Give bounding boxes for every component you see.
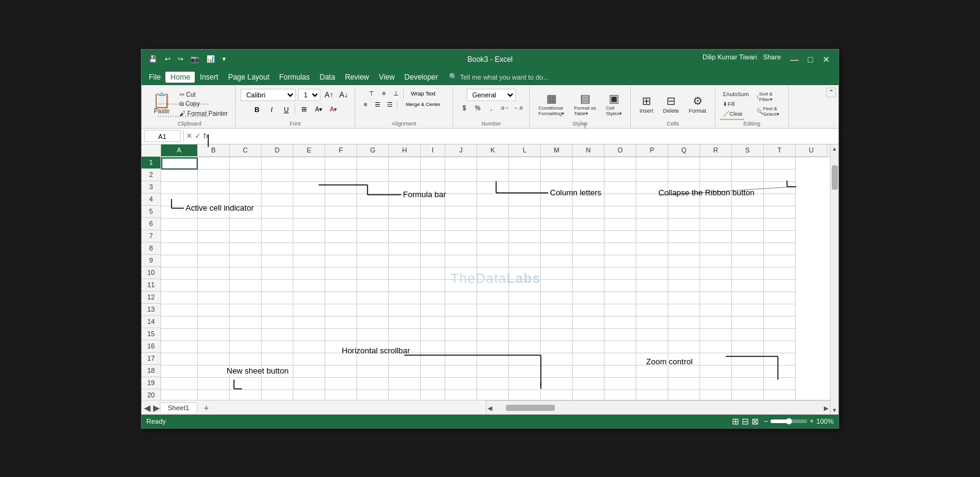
row-header-7[interactable]: 7 (141, 230, 160, 242)
scroll-left-icon[interactable]: ◀ (486, 405, 494, 411)
col-header-R[interactable]: R (700, 145, 732, 157)
normal-view-icon[interactable]: ⊞ (732, 416, 739, 426)
row-header-3[interactable]: 3 (141, 181, 160, 193)
cell-N1[interactable] (573, 157, 605, 170)
col-header-D[interactable]: D (262, 145, 293, 157)
number-format-select[interactable]: General (467, 89, 516, 101)
cell-H1[interactable] (389, 157, 421, 170)
col-header-O[interactable]: O (605, 145, 636, 157)
decrease-decimal-button[interactable]: ←.0 (512, 102, 524, 115)
horizontal-scrollbar[interactable]: ◀ ▶ (486, 400, 831, 415)
cell-T1[interactable] (764, 157, 796, 170)
col-header-J[interactable]: J (445, 145, 477, 157)
col-header-B[interactable]: B (198, 145, 230, 157)
cell-B1[interactable] (198, 157, 230, 170)
cell-D1[interactable] (262, 157, 293, 170)
col-header-Q[interactable]: Q (668, 145, 700, 157)
menu-insert[interactable]: Insert (195, 72, 223, 83)
format-button[interactable]: ⚙ Format (685, 93, 710, 115)
fill-button[interactable]: ⬇ Fill (720, 100, 752, 108)
cell-Q1[interactable] (668, 157, 700, 170)
col-header-G[interactable]: G (357, 145, 389, 157)
menu-formulas[interactable]: Formulas (274, 72, 315, 83)
collapse-ribbon-button[interactable]: ⌃ (826, 88, 836, 97)
cell-F1[interactable] (325, 157, 357, 170)
cell-J1[interactable] (445, 157, 477, 170)
hscroll-thumb[interactable] (506, 405, 555, 411)
clear-button[interactable]: 🧹 Clear (720, 110, 752, 118)
menu-home[interactable]: Home (165, 72, 195, 83)
add-sheet-button[interactable]: + (200, 402, 213, 413)
save-icon[interactable]: 💾 (146, 54, 160, 64)
scroll-up-icon[interactable]: ▲ (831, 145, 839, 153)
cell-M1[interactable] (541, 157, 573, 170)
row-header-16[interactable]: 16 (141, 340, 160, 353)
cell-I1[interactable] (421, 157, 445, 170)
vscroll-thumb[interactable] (832, 165, 838, 190)
row-header-9[interactable]: 9 (141, 255, 160, 267)
row-header-17[interactable]: 17 (141, 353, 160, 365)
paste-button[interactable]: 📋 Paste (149, 91, 175, 118)
more-icon[interactable]: ▾ (220, 54, 228, 64)
accounting-button[interactable]: $ (458, 102, 470, 115)
row-header-18[interactable]: 18 (141, 365, 160, 377)
col-header-U[interactable]: U (796, 145, 827, 157)
italic-button[interactable]: I (265, 103, 277, 116)
chart-icon[interactable]: 📊 (204, 54, 217, 64)
row-header-8[interactable]: 8 (141, 242, 160, 255)
col-header-S[interactable]: S (732, 145, 764, 157)
cell-A1[interactable] (161, 157, 198, 170)
menu-view[interactable]: View (374, 72, 400, 83)
align-bottom-button[interactable]: ⊥ (391, 89, 402, 99)
sheet-tab-sheet1[interactable]: Sheet1 (160, 402, 197, 413)
share-icon[interactable]: Share (763, 53, 781, 66)
increase-decimal-button[interactable]: .0→ (499, 102, 511, 115)
vertical-scrollbar[interactable]: ▲ ▼ (830, 145, 839, 415)
cell-C1[interactable] (230, 157, 262, 170)
zoom-slider[interactable] (771, 419, 807, 423)
screenshot-icon[interactable]: 📷 (188, 54, 202, 64)
col-header-M[interactable]: M (541, 145, 573, 157)
row-header-19[interactable]: 19 (141, 377, 160, 389)
cell-K1[interactable] (477, 157, 509, 170)
maximize-button[interactable]: □ (803, 53, 818, 66)
align-left-button[interactable]: ≡ (360, 100, 371, 110)
minimize-button[interactable]: — (787, 53, 802, 66)
find-select-button[interactable]: 🔍 Find &Select▾ (754, 105, 782, 118)
row-header-4[interactable]: 4 (141, 193, 160, 206)
col-header-A[interactable]: A (161, 145, 198, 157)
copy-button[interactable]: ⧉ Copy (177, 100, 230, 108)
scroll-right-icon[interactable]: ▶ (823, 405, 830, 411)
wrap-text-button[interactable]: Wrap Text (405, 89, 442, 99)
undo-icon[interactable]: ↩ (162, 54, 173, 64)
row-header-13[interactable]: 13 (141, 304, 160, 316)
page-layout-view-icon[interactable]: ⊟ (742, 416, 749, 426)
increase-font-button[interactable]: A↑ (323, 89, 335, 101)
cell-L1[interactable] (509, 157, 541, 170)
conditional-formatting-button[interactable]: ▦ ConditionalFormatting▾ (535, 91, 568, 118)
cancel-formula-icon[interactable]: ✕ (186, 132, 192, 140)
cut-button[interactable]: ✂ Cut (177, 91, 230, 99)
zoom-slider-thumb[interactable] (786, 418, 792, 424)
row-header-15[interactable]: 15 (141, 328, 160, 340)
zoom-out-icon[interactable]: − (764, 417, 768, 426)
row-header-6[interactable]: 6 (141, 218, 160, 230)
percent-button[interactable]: % (472, 102, 484, 115)
col-header-P[interactable]: P (636, 145, 668, 157)
cell-reference-box[interactable]: A1 (144, 130, 181, 142)
hscroll-track[interactable] (494, 405, 823, 411)
insert-function-icon[interactable]: fx (203, 132, 209, 140)
row-header-2[interactable]: 2 (141, 169, 160, 181)
row-header-14[interactable]: 14 (141, 316, 160, 328)
page-break-view-icon[interactable]: ⊠ (752, 416, 759, 426)
row-header-12[interactable]: 12 (141, 291, 160, 304)
col-header-N[interactable]: N (573, 145, 605, 157)
insert-button[interactable]: ⊞ Insert (636, 93, 657, 115)
redo-icon[interactable]: ↪ (175, 54, 186, 64)
menu-review[interactable]: Review (340, 72, 374, 83)
row-header-20[interactable]: 20 (141, 389, 160, 400)
align-center-button[interactable]: ☰ (372, 100, 383, 110)
menu-data[interactable]: Data (315, 72, 340, 83)
col-header-H[interactable]: H (389, 145, 421, 157)
comma-button[interactable]: , (485, 102, 497, 115)
